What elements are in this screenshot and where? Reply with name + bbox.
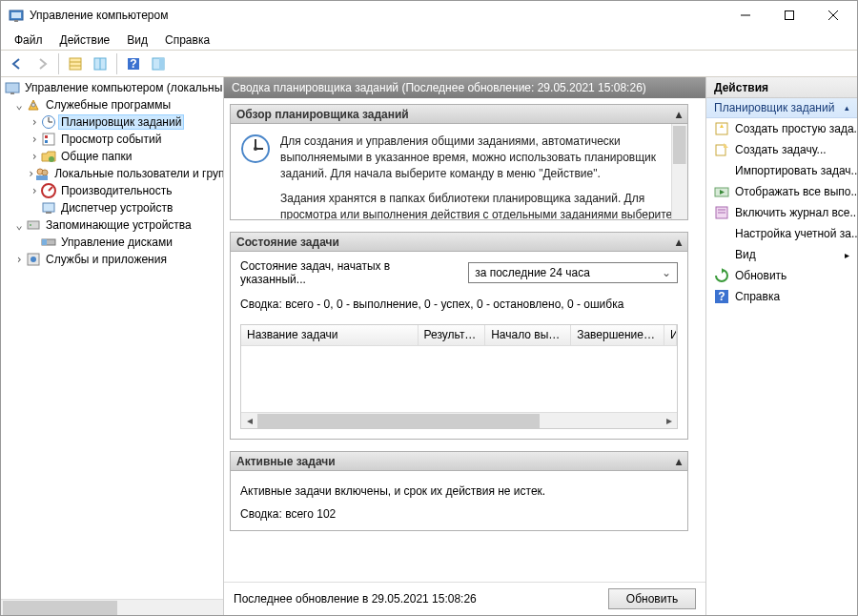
collapse-icon[interactable]: ▴ [676,108,682,121]
twisty-collapsed-icon[interactable]: › [28,133,41,146]
col-idx[interactable]: И [664,325,677,345]
tb-columns-icon[interactable] [90,53,111,74]
menu-file[interactable]: Файл [7,31,51,49]
status-panel: Состояние задачи ▴ Состояние задач, нача… [230,232,688,440]
table-hscrollbar[interactable]: ◂ ▸ [241,412,677,428]
action-view[interactable]: Вид ▸ [706,244,857,265]
scroll-left-icon[interactable]: ◂ [241,414,257,428]
overview-panel-header[interactable]: Обзор планировщика заданий ▴ [231,105,687,124]
svg-rect-24 [45,140,48,143]
status-table[interactable]: Название задачи Результат... Начало выпо… [240,324,678,429]
tree-eventviewer[interactable]: › Просмотр событий [1,131,223,148]
tb-forward-icon[interactable] [31,53,52,74]
collapse-icon[interactable]: ▴ [676,455,682,468]
svg-rect-1 [11,12,21,18]
tree-storage[interactable]: ⌄ Запоминающие устройства [1,216,223,234]
active-panel-header[interactable]: Активные задачи ▴ [231,452,687,471]
action-create-basic[interactable]: Создать простую зада... [706,118,857,139]
app-icon [9,8,24,23]
history-icon [714,205,729,220]
help-icon: ? [714,289,729,304]
menu-view[interactable]: Вид [119,31,155,49]
svg-line-30 [49,187,52,191]
tree-services[interactable]: › Службы и приложения [1,251,223,268]
svg-rect-23 [45,135,48,138]
svg-rect-31 [43,203,54,212]
svg-rect-2 [14,20,18,22]
twisty-collapsed-icon[interactable]: › [28,150,41,163]
config-icon [714,226,729,241]
tb-separator [58,53,59,74]
content-header: Сводка планировщика заданий (Последнее о… [224,77,705,98]
action-show-running[interactable]: Отображать все выпо... [706,181,857,202]
tb-separator [116,53,117,74]
tree-sharedfolders[interactable]: › Общие папки [1,148,223,165]
svg-point-27 [42,170,48,175]
overview-vscrollbar[interactable] [671,124,687,219]
twisty-collapsed-icon[interactable]: › [28,167,34,180]
svg-rect-4 [786,11,794,20]
tb-panel-icon[interactable] [148,53,169,74]
twisty-collapsed-icon[interactable]: › [28,184,41,197]
actions-section[interactable]: Планировщик заданий ▴ [706,98,857,118]
tb-table-icon[interactable] [65,53,86,74]
tree-localusers[interactable]: › Локальные пользователи и группы [1,165,223,182]
menu-help[interactable]: Справка [157,31,217,49]
tree-scheduler[interactable]: › Планировщик заданий [1,113,223,131]
chevron-down-icon: ⌄ [662,266,671,279]
status-panel-header[interactable]: Состояние задачи ▴ [231,233,687,252]
action-help[interactable]: ? Справка [706,286,857,307]
minimize-button[interactable] [724,2,767,29]
active-desc: Активные задачи включены, и срок их дейс… [231,471,687,502]
content-body[interactable]: Обзор планировщика заданий ▴ Для создани… [224,98,705,582]
twisty-collapsed-icon[interactable]: › [28,115,41,129]
svg-point-18 [31,103,35,107]
scroll-right-icon[interactable]: ▸ [661,414,677,428]
svg-point-42 [254,147,257,151]
menu-action[interactable]: Действие [52,31,118,49]
nav-tree[interactable]: Управление компьютером (локальным ⌄ Служ… [1,77,224,615]
collapse-icon[interactable]: ▴ [676,236,682,249]
content-footer: Последнее обновление в 29.05.2021 15:08:… [224,582,705,615]
collapse-icon: ▴ [845,103,849,113]
last-update-text: Последнее обновление в 29.05.2021 15:08:… [234,592,477,606]
tb-help-icon[interactable]: ? [123,53,144,74]
col-result[interactable]: Результат... [419,325,486,345]
titlebar: Управление компьютером [1,1,857,30]
svg-rect-22 [43,133,54,145]
action-at-config[interactable]: Настройка учетной за... [706,223,857,244]
svg-point-25 [49,156,54,162]
tree-devicemgr[interactable]: Диспетчер устройств [1,199,223,216]
tree-performance[interactable]: › Производительность [1,182,223,199]
menubar: Файл Действие Вид Справка [1,30,857,51]
action-create-task[interactable]: Создать задачу... [706,139,857,160]
chevron-right-icon: ▸ [845,250,849,260]
twisty-expanded-icon[interactable]: ⌄ [12,98,26,112]
twisty-collapsed-icon[interactable]: › [12,253,26,266]
tree-diskmgmt[interactable]: Управление дисками [1,234,223,251]
table-header: Название задачи Результат... Начало выпо… [241,325,677,346]
actions-header: Действия [706,77,857,98]
close-button[interactable] [811,2,855,29]
maximize-button[interactable] [767,2,811,29]
col-end[interactable]: Завершение в... [571,325,664,345]
col-name[interactable]: Название задачи [241,325,419,345]
action-import-task[interactable]: Импортировать задач... [706,160,857,181]
running-icon [714,184,729,199]
refresh-button[interactable]: Обновить [608,588,696,609]
overview-panel: Обзор планировщика заданий ▴ Для создани… [230,104,688,220]
svg-rect-7 [70,58,81,70]
col-start[interactable]: Начало выпо... [485,325,571,345]
action-enable-history[interactable]: Включить журнал все... [706,202,857,223]
tb-back-icon[interactable] [7,53,28,74]
tree-hscrollbar[interactable] [1,599,223,615]
tree-utilities[interactable]: ⌄ Служебные программы [1,96,223,113]
new-task-icon [714,142,729,157]
status-summary: Сводка: всего - 0, 0 - выполнение, 0 - у… [231,294,687,320]
action-refresh[interactable]: Обновить [706,265,857,286]
twisty-expanded-icon[interactable]: ⌄ [12,218,26,232]
tree-root[interactable]: Управление компьютером (локальным [1,79,223,96]
view-icon [714,247,729,262]
status-period-select[interactable]: за последние 24 часа ⌄ [468,262,678,283]
active-summary: Сводка: всего 102 [231,502,687,530]
